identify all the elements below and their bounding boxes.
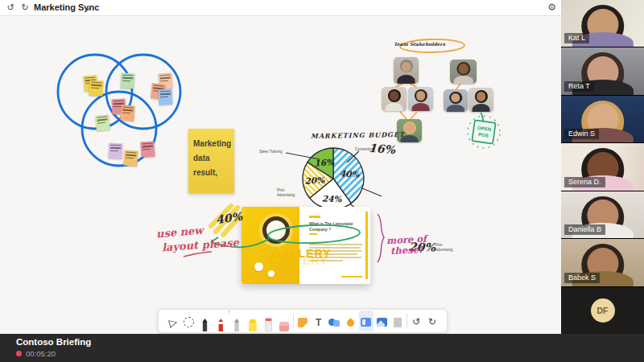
sticky-note[interactable] <box>121 73 135 89</box>
meeting-title: Contoso Briefing <box>16 337 91 347</box>
redo-tool-icon[interactable]: ↻ <box>425 311 440 331</box>
slide-edge-strip <box>365 212 368 279</box>
annotation-these: these! <box>390 244 423 257</box>
note-text: Marketing data result, <box>193 139 231 177</box>
highlighter-icon[interactable] <box>246 311 260 331</box>
slide-thumbnail[interactable]: GALLERY GALLERY What is The LemonadeComp… <box>242 207 370 284</box>
sticky-note[interactable] <box>95 114 110 131</box>
annotation-40pct: 40% <box>215 210 243 226</box>
note-text-scribble <box>109 145 122 152</box>
magenta-brace <box>378 214 384 262</box>
sphere-image <box>254 262 263 271</box>
redo-icon[interactable]: ↻ <box>19 2 31 14</box>
participant-tile-edwin-s[interactable]: Edwin S <box>561 96 644 142</box>
sticky-note-tool-icon[interactable] <box>295 311 310 331</box>
recording-dot-icon <box>16 351 22 356</box>
org-photo[interactable] <box>450 60 477 84</box>
undo-icon[interactable]: ↺ <box>4 2 17 14</box>
org-photo[interactable] <box>469 88 493 112</box>
reaction-tool-icon[interactable] <box>343 311 357 331</box>
insert-document-icon[interactable] <box>390 311 405 331</box>
sticky-note[interactable] <box>159 89 173 105</box>
insert-image-icon[interactable] <box>375 311 390 331</box>
teams-meeting-window: ↺ ↻ Marketing Sync ⚙ <box>0 0 644 362</box>
svg-text:24%: 24% <box>322 194 343 204</box>
org-photo[interactable] <box>444 89 468 112</box>
note-text-scribble <box>158 74 172 81</box>
sphere-image <box>268 270 275 277</box>
undo-tool-icon[interactable]: ↺ <box>409 311 423 331</box>
pie-slice-labels: 16% 40% 20% 24% <box>304 157 361 204</box>
callout-sales-training: Sales Training <box>259 150 283 154</box>
pink-eraser-icon[interactable] <box>277 311 291 331</box>
svg-text:16%: 16% <box>314 157 335 168</box>
lasso-select-icon[interactable] <box>182 311 196 331</box>
annotation-16pct: 16% <box>368 142 395 156</box>
annotation-20pct-label: Print Advertising <box>435 243 457 252</box>
participant-tile-babek-s[interactable]: Babek S <box>561 239 644 286</box>
participant-name: Daniella B <box>564 224 605 235</box>
participant-name: Reta T <box>564 81 594 92</box>
red-underline <box>184 252 212 257</box>
gallery-text: GALLERY <box>272 247 331 260</box>
annotation-layout-please: layout please <box>162 237 240 254</box>
recording-indicator: 00:05:20 <box>16 349 56 358</box>
whiteboard-toolbar: ▷ ↑ T ↺ ↻ <box>158 309 448 333</box>
slide-kicker-bar <box>309 216 320 218</box>
org-photo[interactable] <box>394 57 419 84</box>
red-pen-icon[interactable]: ↑ <box>213 311 228 331</box>
select-tool-icon[interactable]: ▷ <box>166 311 180 331</box>
svg-text:POS: POS <box>478 132 489 138</box>
svg-text:40%: 40% <box>340 168 361 179</box>
call-control-bar: Contoso Briefing 00:05:20 ↑ ••• − + <box>0 334 644 362</box>
whiteboard-topbar: ↺ ↻ Marketing Sync ⚙ <box>0 0 561 16</box>
org-photo[interactable] <box>408 87 433 111</box>
sticky-note[interactable] <box>89 80 103 96</box>
black-pen-icon[interactable] <box>198 311 213 331</box>
grey-pen-icon[interactable] <box>229 311 244 331</box>
svg-text:20%: 20% <box>304 175 325 185</box>
avatar: DF <box>591 298 615 323</box>
text-tool-icon[interactable]: T <box>312 311 326 331</box>
participant-name: Kat L <box>564 33 589 43</box>
slide-yellow-panel <box>242 207 299 284</box>
pie-title: MARKETING BUDGET <box>311 130 405 140</box>
shapes-tool-icon[interactable] <box>327 311 341 331</box>
annotation-use-new: use new <box>155 224 204 240</box>
pie-chart <box>303 148 364 209</box>
gear-icon[interactable]: ⚙ <box>547 2 556 13</box>
participant-name: Babek S <box>564 273 600 283</box>
slide-footer-line <box>341 276 362 278</box>
svg-text:OPEN: OPEN <box>477 125 492 132</box>
meeting-timer: 00:05:20 <box>26 349 56 358</box>
participant-tile-reta-t[interactable]: Reta T <box>561 47 644 94</box>
callout-print-advertising: Print Advertising <box>277 188 301 197</box>
toolbar-separator <box>293 314 294 328</box>
toolbar-separator <box>407 314 407 328</box>
participant-tile-serena-d[interactable]: Serena D. <box>561 143 644 190</box>
note-text-scribble <box>89 81 104 88</box>
coffee-cup-image <box>262 216 290 244</box>
sticky-note[interactable] <box>120 105 135 121</box>
participant-name: Serena D. <box>564 177 605 187</box>
participant-tile-kat-l[interactable]: Kat L <box>561 0 644 47</box>
marketing-data-note[interactable]: Marketing data result, <box>188 129 234 193</box>
slide-underline <box>309 233 317 235</box>
participant-name: Edwin S <box>564 129 599 139</box>
stakeholders-label: Team Stakeholders <box>394 41 445 47</box>
note-text-scribble <box>140 142 155 150</box>
note-text-scribble <box>95 116 109 124</box>
sticky-note[interactable] <box>109 143 123 159</box>
participant-tile-df[interactable]: DF <box>561 287 644 334</box>
video-sidebar: Kat L Reta T Edwin S Serena D. Daniella … <box>561 0 644 334</box>
sticky-note[interactable] <box>123 150 138 166</box>
participant-tile-daniella-b[interactable]: Daniella B <box>561 191 644 238</box>
eraser-icon[interactable] <box>262 311 276 331</box>
whiteboard-app: ↺ ↻ Marketing Sync ⚙ <box>0 0 561 334</box>
note-text-scribble <box>121 106 135 114</box>
org-photo[interactable] <box>382 87 407 111</box>
templates-tool-icon[interactable] <box>359 311 374 331</box>
slide-title: What is The LemonadeCompany ? <box>309 221 365 232</box>
sticky-note[interactable] <box>140 141 155 157</box>
note-text-scribble <box>159 91 172 98</box>
